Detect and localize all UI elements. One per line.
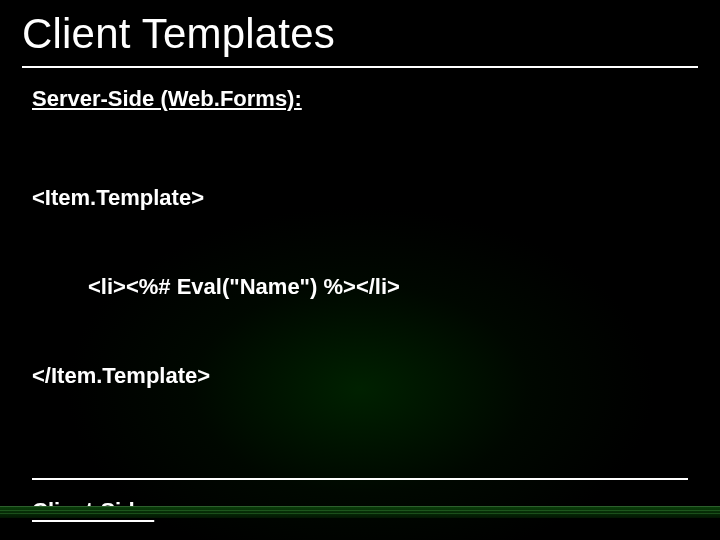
code-line: <li><%# Eval("Name") %></li> <box>32 272 688 302</box>
client-side-code: <ul class="sys-template"> <li>{binding N… <box>32 536 688 540</box>
code-line: <Item.Template> <box>32 183 688 213</box>
slide: Client Templates Server-Side (Web.Forms)… <box>0 0 720 540</box>
title-underline <box>22 66 698 68</box>
slide-content: Server-Side (Web.Forms): <Item.Template>… <box>32 84 688 540</box>
slide-title: Client Templates <box>22 10 335 58</box>
server-side-code: <Item.Template> <li><%# Eval("Name") %><… <box>32 124 688 451</box>
footer-accent-bar <box>0 506 720 518</box>
section-divider <box>32 478 688 480</box>
code-line: </Item.Template> <box>32 361 688 391</box>
server-side-heading: Server-Side (Web.Forms): <box>32 84 688 114</box>
